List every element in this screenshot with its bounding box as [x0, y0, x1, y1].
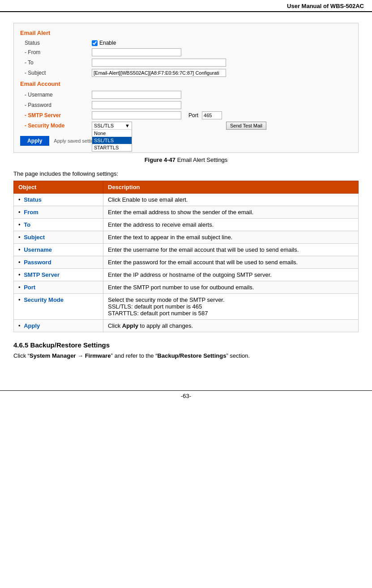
status-enable-label: Enable [99, 40, 116, 46]
object-label: Subject [24, 234, 45, 241]
paragraph-end: ” section. [226, 352, 250, 359]
bullet-icon: • [18, 322, 21, 329]
object-label: To [24, 221, 30, 228]
arrow-text: → [76, 352, 85, 359]
status-checkbox-container: Enable [92, 40, 116, 46]
figure-box: Email Alert Status Enable - From - To - … [13, 23, 359, 153]
page-header: User Manual of WBS-502AC [0, 0, 372, 12]
paragraph-suffix: ” and refer to the “ [111, 352, 157, 359]
security-current-value: SSL/TLS [94, 123, 114, 128]
col-description-header: Description [103, 181, 359, 194]
to-row: - To [20, 59, 352, 67]
footer-text: -63- [181, 393, 191, 399]
apply-row: Apply Apply saved settings to take effec… [20, 136, 352, 146]
firmware-text: Firmware [85, 352, 111, 359]
table-cell-object: • Status [14, 194, 103, 206]
smtp-input[interactable] [92, 111, 181, 119]
object-label: Username [24, 246, 52, 253]
status-label: Status [20, 40, 92, 46]
to-label: - To [20, 59, 92, 66]
object-label: Apply [24, 322, 40, 329]
table-cell-description: Enter the text to appear in the email su… [103, 231, 359, 244]
settings-table: Object Description • StatusClick Enable … [13, 181, 359, 332]
table-row: • PortEnter the SMTP port number to use … [14, 281, 359, 294]
smtp-inputs: Port [92, 111, 222, 119]
security-option-ssltls[interactable]: SSL/TLS [92, 137, 132, 144]
section-paragraph: Click “System Manager → Firmware” and re… [13, 352, 359, 359]
security-option-none[interactable]: None [92, 130, 132, 137]
bullet-icon: • [18, 259, 21, 266]
table-cell-description: Enter the SMTP port number to use for ou… [103, 281, 359, 294]
username-label: - Username [20, 92, 92, 98]
apply-button[interactable]: Apply [20, 136, 49, 146]
subject-input[interactable] [92, 69, 226, 77]
table-header-row: Object Description [14, 181, 359, 194]
figure-caption-text: Email Alert Settings [175, 157, 227, 163]
section-title: Backup/Restore Settings [30, 341, 110, 349]
section-heading: 4.6.5 Backup/Restore Settings [13, 341, 359, 349]
table-cell-object: • Subject [14, 231, 103, 244]
table-cell-description: Enter the IP address or hostname of the … [103, 269, 359, 281]
section-number: 4.6.5 [13, 341, 28, 349]
table-cell-object: • To [14, 219, 103, 231]
object-label: Password [24, 259, 51, 266]
object-label: Status [24, 196, 42, 203]
page-footer: -63- [0, 390, 372, 401]
bullet-icon: • [18, 284, 21, 291]
table-row: • SubjectEnter the text to appear in the… [14, 231, 359, 244]
subject-label: - Subject [20, 70, 92, 76]
main-content: Email Alert Status Enable - From - To - … [0, 12, 372, 372]
table-row: • ApplyClick Apply to apply all changes. [14, 320, 359, 332]
username-input[interactable] [92, 91, 181, 99]
password-label: - Password [20, 102, 92, 108]
password-input[interactable] [92, 101, 181, 109]
intro-text: The page includes the following settings… [13, 170, 359, 177]
table-cell-object: • Security Mode [14, 294, 103, 320]
port-input[interactable] [202, 111, 222, 119]
bullet-icon: • [18, 271, 21, 278]
table-row: • Security ModeSelect the security mode … [14, 294, 359, 320]
smtp-label: - SMTP Server [20, 112, 92, 118]
table-cell-object: • Apply [14, 320, 103, 332]
security-option-header[interactable]: SSL/TLS ▼ [92, 122, 132, 130]
table-cell-description: Enter the password for the email account… [103, 256, 359, 269]
object-label: From [24, 209, 38, 216]
backup-restore-text: Backup/Restore Settings [158, 352, 227, 359]
smtp-row: - SMTP Server Port [20, 111, 352, 119]
username-row: - Username [20, 91, 352, 99]
from-label: - From [20, 49, 92, 55]
table-cell-description: Select the security mode of the SMTP ser… [103, 294, 359, 320]
port-label: Port [188, 112, 198, 118]
object-label: SMTP Server [24, 271, 60, 278]
security-row: - Security Mode SSL/TLS ▼ None SSL/TLS S… [20, 122, 352, 130]
apply-bold: Apply [122, 322, 138, 329]
table-row: • PasswordEnter the password for the ema… [14, 256, 359, 269]
table-cell-object: • Password [14, 256, 103, 269]
bullet-icon: • [18, 246, 21, 253]
status-row: Status Enable [20, 40, 352, 46]
table-cell-description: Enter the address to receive email alert… [103, 219, 359, 231]
subject-row: - Subject [20, 69, 352, 77]
status-checkbox[interactable] [92, 40, 98, 46]
figure-email-alert-title: Email Alert [20, 30, 352, 36]
from-input[interactable] [92, 48, 181, 56]
send-test-button[interactable]: Send Test Mail [226, 122, 266, 130]
system-manager-text: System Manager [30, 352, 76, 359]
bullet-icon: • [18, 221, 21, 228]
table-row: • StatusClick Enable to use email alert. [14, 194, 359, 206]
table-cell-object: • Port [14, 281, 103, 294]
password-row: - Password [20, 101, 352, 109]
security-dropdown-open[interactable]: SSL/TLS ▼ None SSL/TLS STARTTLS [92, 122, 132, 152]
security-label: - Security Mode [20, 122, 92, 129]
table-cell-object: • SMTP Server [14, 269, 103, 281]
to-input[interactable] [92, 59, 226, 67]
col-object-header: Object [14, 181, 103, 194]
header-title: User Manual of WBS-502AC [287, 3, 364, 9]
table-cell-description: Click Apply to apply all changes. [103, 320, 359, 332]
table-row: • FromEnter the email address to show th… [14, 206, 359, 219]
figure-caption-bold: Figure 4-47 [145, 157, 175, 163]
bullet-icon: • [18, 196, 21, 203]
table-row: • UsernameEnter the username for the ema… [14, 244, 359, 256]
email-account-title: Email Account [20, 80, 352, 87]
security-option-starttls[interactable]: STARTTLS [92, 144, 132, 151]
